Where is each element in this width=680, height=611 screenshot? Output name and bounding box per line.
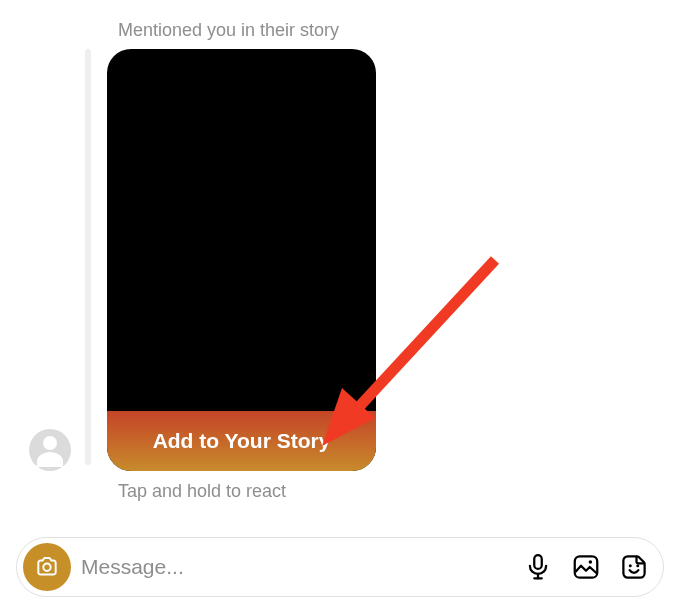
avatar[interactable] — [29, 429, 71, 471]
camera-icon — [34, 554, 60, 580]
sticker-icon — [619, 552, 649, 582]
svg-point-2 — [43, 564, 50, 571]
react-hint-label: Tap and hold to react — [118, 481, 656, 502]
gallery-button[interactable] — [567, 548, 605, 586]
message-composer — [16, 537, 664, 597]
voice-button[interactable] — [519, 548, 557, 586]
svg-point-8 — [629, 564, 632, 567]
message-row: Add to Your Story — [24, 49, 656, 471]
svg-point-9 — [636, 564, 639, 567]
message-divider — [85, 49, 91, 465]
story-preview-card[interactable]: Add to Your Story — [107, 49, 376, 471]
svg-point-7 — [589, 560, 593, 564]
camera-button[interactable] — [23, 543, 71, 591]
mention-label: Mentioned you in their story — [118, 20, 656, 41]
svg-rect-6 — [575, 556, 598, 577]
microphone-icon — [523, 552, 553, 582]
add-to-story-button[interactable]: Add to Your Story — [107, 411, 376, 471]
message-input[interactable] — [81, 555, 509, 579]
svg-rect-3 — [534, 555, 542, 569]
add-to-story-label: Add to Your Story — [153, 429, 331, 453]
image-icon — [571, 552, 601, 582]
sticker-button[interactable] — [615, 548, 653, 586]
